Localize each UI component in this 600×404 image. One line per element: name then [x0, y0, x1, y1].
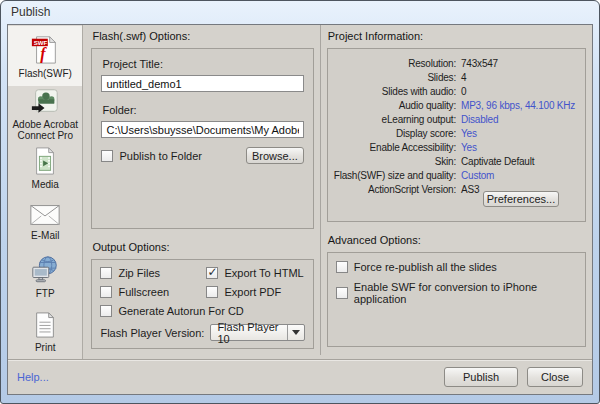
project-info-table: Resolution: 743x547 Slides: 4 Slides wit…	[334, 58, 579, 195]
zip-files-label: Zip Files	[118, 267, 160, 279]
enable-swf-iphone-label: Enable SWF for conversion to iPhone appl…	[354, 281, 577, 305]
dialog-body: SWF f Flash(SWF)	[7, 24, 593, 395]
fullscreen-label: Fullscreen	[118, 286, 169, 298]
publish-to-folder-label: Publish to Folder	[119, 150, 202, 162]
sidebar-item-media[interactable]: Media	[8, 141, 82, 196]
sidebar-item-email[interactable]: E-Mail	[8, 195, 82, 250]
chevron-down-icon[interactable]	[287, 325, 304, 340]
enable-swf-iphone-option[interactable]: Enable SWF for conversion to iPhone appl…	[336, 281, 577, 305]
export-pdf-label: Export PDF	[224, 286, 281, 298]
export-to-html-option[interactable]: Export To HTML	[206, 267, 304, 279]
dialog-footer: Help... Publish Close	[8, 359, 592, 394]
help-link[interactable]: Help...	[17, 371, 49, 383]
flash-player-version-label: Flash Player Version:	[100, 327, 204, 339]
info-label: Enable Accessibility:	[334, 142, 456, 153]
acrobat-connect-icon	[30, 86, 60, 116]
sidebar-item-label: Flash(SWF)	[19, 68, 72, 79]
force-republish-label: Force re-publish all the slides	[354, 261, 497, 273]
info-label: Slides:	[334, 72, 456, 83]
project-info-title: Project Information:	[328, 30, 586, 42]
flash-options-column: Flash(.swf) Options: Project Title: Fold…	[83, 25, 319, 359]
zip-files-checkbox[interactable]	[100, 267, 112, 279]
flash-swf-icon: SWF f	[30, 33, 60, 65]
sidebar-item-label: Print	[35, 342, 56, 353]
force-republish-checkbox[interactable]	[336, 261, 348, 273]
fullscreen-checkbox[interactable]	[100, 286, 112, 298]
info-label: Slides with audio:	[334, 86, 456, 97]
export-to-html-label: Export To HTML	[224, 267, 303, 279]
export-pdf-checkbox[interactable]	[206, 286, 218, 298]
enable-swf-iphone-checkbox[interactable]	[336, 287, 348, 299]
ftp-globe-icon	[30, 255, 60, 285]
flash-player-version-value: Flash Player 10	[211, 321, 286, 345]
preferences-button[interactable]: Preferences...	[483, 191, 559, 207]
info-value-slides-audio: 0	[461, 86, 579, 97]
publish-button[interactable]: Publish	[444, 367, 518, 387]
generate-autorun-checkbox[interactable]	[100, 305, 112, 317]
info-value-slides: 4	[461, 72, 579, 83]
output-options-group: Zip Files Export To HTML Fullscreen	[91, 259, 313, 349]
info-value-swf-quality[interactable]: Custom	[461, 170, 579, 181]
email-envelope-icon	[29, 203, 61, 227]
info-label: Audio quality:	[334, 100, 456, 111]
publish-dialog: Publish SWF f Flash(SWF)	[0, 0, 600, 404]
sidebar-item-label: E-Mail	[31, 230, 59, 241]
print-document-icon	[32, 311, 58, 339]
info-label: ActionScript Version:	[334, 184, 456, 195]
generate-autorun-option[interactable]: Generate Autorun For CD	[100, 305, 304, 317]
advanced-options-group: Force re-publish all the slides Enable S…	[327, 252, 586, 347]
info-value-elearning-output[interactable]: Disabled	[461, 114, 579, 125]
info-label: Resolution:	[334, 58, 456, 69]
fullscreen-option[interactable]: Fullscreen	[100, 286, 206, 298]
info-label: Skin:	[334, 156, 456, 167]
sidebar-item-ftp[interactable]: FTP	[8, 250, 82, 305]
sidebar-item-flash-swf[interactable]: SWF f Flash(SWF)	[8, 26, 82, 86]
flash-options-title: Flash(.swf) Options:	[92, 30, 313, 42]
info-label: Flash(SWF) size and quality:	[334, 170, 456, 181]
sidebar-item-label: Adobe Acrobat Connect Pro	[8, 119, 82, 141]
generate-autorun-label: Generate Autorun For CD	[118, 305, 243, 317]
zip-files-option[interactable]: Zip Files	[100, 267, 206, 279]
browse-button[interactable]: Browse...	[246, 147, 304, 164]
window-title: Publish	[11, 5, 50, 19]
project-info-group: Resolution: 743x547 Slides: 4 Slides wit…	[327, 48, 586, 222]
sidebar-item-label: Media	[32, 179, 59, 190]
sidebar-item-acrobat-connect[interactable]: Adobe Acrobat Connect Pro	[8, 86, 82, 141]
publish-type-sidebar: SWF f Flash(SWF)	[8, 25, 83, 359]
output-options-title: Output Options:	[92, 241, 313, 253]
project-title-label: Project Title:	[102, 58, 303, 70]
publish-to-folder-checkbox[interactable]	[101, 150, 113, 162]
media-icon	[31, 146, 59, 176]
close-button[interactable]: Close	[527, 367, 583, 387]
folder-label: Folder:	[102, 104, 303, 116]
export-to-html-checkbox[interactable]	[206, 267, 218, 279]
flash-options-group: Project Title: Folder: Publish to Folder…	[91, 48, 313, 229]
project-info-column: Project Information: Resolution: 743x547…	[321, 25, 592, 359]
force-republish-option[interactable]: Force re-publish all the slides	[336, 261, 577, 273]
sidebar-item-print[interactable]: Print	[8, 304, 82, 359]
info-value-display-score[interactable]: Yes	[461, 128, 579, 139]
info-value-accessibility[interactable]: Yes	[461, 142, 579, 153]
flash-player-version-select[interactable]: Flash Player 10	[210, 324, 304, 341]
folder-input[interactable]	[101, 121, 303, 138]
project-title-input[interactable]	[101, 75, 303, 92]
info-label: eLearning output:	[334, 114, 456, 125]
info-value-skin: Captivate Default	[461, 156, 579, 167]
info-value-resolution: 743x547	[461, 58, 579, 69]
info-label: Display score:	[334, 128, 456, 139]
publish-to-folder-option[interactable]: Publish to Folder	[101, 150, 202, 162]
export-pdf-option[interactable]: Export PDF	[206, 286, 304, 298]
sidebar-item-label: FTP	[36, 288, 55, 299]
advanced-options-title: Advanced Options:	[328, 234, 586, 246]
info-value-audio-quality[interactable]: MP3, 96 kbps, 44.100 KHz	[461, 100, 579, 111]
title-bar[interactable]: Publish	[1, 1, 599, 23]
